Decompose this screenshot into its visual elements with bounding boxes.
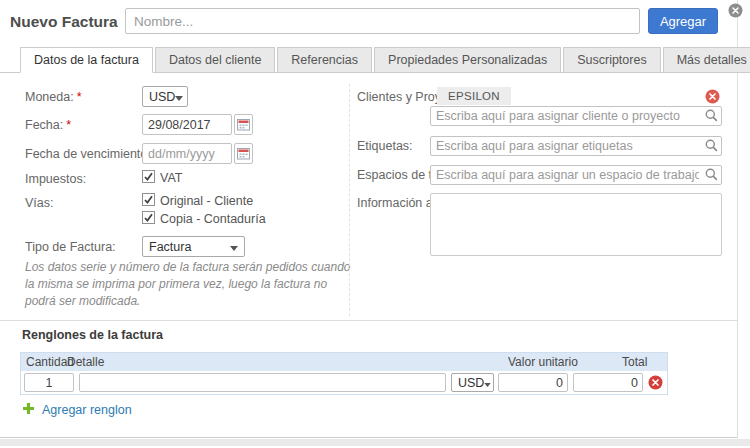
tipo-factura-select[interactable]: Factura [142, 236, 245, 257]
tipo-factura-selected-value: Factura [149, 240, 191, 254]
dropdown-arrow-icon [175, 90, 183, 104]
tab-datos-cliente[interactable]: Datos del cliente [155, 47, 275, 73]
remove-circle-icon [705, 92, 720, 107]
close-dialog-button[interactable] [728, 3, 743, 18]
workspace-search-wrap [430, 165, 722, 185]
row-currency-select[interactable]: USD [451, 373, 494, 392]
detalle-input[interactable] [79, 373, 446, 392]
page-footer-strip [0, 439, 750, 446]
client-search-wrap [430, 106, 722, 126]
close-icon [728, 6, 743, 21]
delete-circle-icon [648, 378, 663, 393]
moneda-label: Moneda:* [25, 90, 82, 104]
plus-icon [22, 402, 35, 418]
dropdown-arrow-icon [484, 376, 491, 390]
invoice-name-input[interactable] [125, 8, 640, 34]
required-asterisk: * [77, 90, 82, 104]
cantidad-input[interactable] [24, 373, 74, 392]
moneda-selected-value: USD [149, 90, 175, 104]
dialog-title: Nuevo Factura [10, 13, 118, 31]
tab-referencias[interactable]: Referencias [277, 47, 372, 73]
fecha-label: Fecha:* [25, 118, 71, 132]
via-copia-contaduria-label: Copia - Contaduría [160, 212, 266, 226]
tab-propiedades-personalizadas[interactable]: Propiedades Personalizadas [374, 47, 561, 73]
tab-bar: Datos de la factura Datos del cliente Re… [0, 46, 738, 73]
checkbox-checked-icon [142, 211, 155, 227]
tipo-factura-label: Tipo de Factura: [25, 240, 116, 254]
tab-suscriptores[interactable]: Suscriptores [563, 47, 660, 73]
tags-search-input[interactable] [430, 136, 722, 156]
impuestos-label: Impuestos: [25, 172, 86, 186]
remove-client-button[interactable] [705, 89, 720, 104]
via-original-cliente-label: Original - Cliente [160, 194, 253, 208]
vat-checkbox[interactable]: VAT [142, 170, 182, 186]
vat-checkbox-label: VAT [160, 171, 182, 185]
col-detalle: Detalle [67, 355, 104, 369]
tags-search-wrap [430, 136, 722, 156]
column-divider [349, 84, 350, 316]
add-row-label: Agregar renglon [42, 403, 132, 417]
workspace-search-input[interactable] [430, 165, 722, 185]
assigned-client-tag: EPSILON [437, 87, 511, 105]
section-divider [0, 320, 738, 321]
tab-datos-factura[interactable]: Datos de la factura [20, 47, 153, 73]
col-total: Total [622, 355, 647, 369]
valor-unitario-input[interactable] [498, 373, 568, 392]
client-search-input[interactable] [430, 106, 722, 126]
informacion-adicional-textarea[interactable] [430, 193, 722, 256]
via-copia-contaduria-checkbox[interactable]: Copia - Contaduría [142, 211, 266, 227]
fecha-vencimiento-label: Fecha de vencimiento: [25, 147, 151, 161]
delete-row-button[interactable] [648, 375, 663, 390]
total-input[interactable] [573, 373, 643, 392]
fecha-vencimiento-input[interactable] [142, 143, 232, 164]
table-row: USD [21, 371, 667, 394]
moneda-select[interactable]: USD [142, 86, 188, 107]
checkbox-checked-icon [142, 193, 155, 209]
tab-mas-detalles[interactable]: Más detalles [663, 47, 750, 73]
invoice-lines-table: Cantidad Detalle Valor unitario Total US… [20, 352, 668, 395]
lines-table-header: Cantidad Detalle Valor unitario Total [21, 353, 667, 371]
dropdown-arrow-icon [230, 240, 238, 254]
via-original-cliente-checkbox[interactable]: Original - Cliente [142, 193, 253, 209]
calendar-icon [237, 119, 250, 134]
row-currency-value: USD [458, 376, 484, 390]
etiquetas-label: Etiquetas: [357, 139, 413, 153]
fecha-calendar-button[interactable] [234, 114, 253, 135]
vias-label: Vías: [25, 196, 54, 210]
new-invoice-dialog: Nuevo Factura Agregar Datos de la factur… [0, 0, 738, 438]
page: Nuevo Factura Agregar Datos de la factur… [0, 0, 750, 448]
fecha-input[interactable] [142, 114, 232, 135]
lines-heading: Renglones de la factura [22, 328, 163, 342]
checkbox-checked-icon [142, 170, 155, 186]
calendar-icon [237, 148, 250, 163]
add-row-link[interactable]: Agregar renglon [22, 402, 132, 418]
serial-number-note: Los datos serie y número de la factura s… [25, 259, 355, 309]
required-asterisk: * [66, 118, 71, 132]
col-valor-unitario: Valor unitario [508, 355, 578, 369]
add-invoice-button[interactable]: Agregar [648, 8, 718, 34]
fecha-vencimiento-calendar-button[interactable] [234, 143, 253, 164]
